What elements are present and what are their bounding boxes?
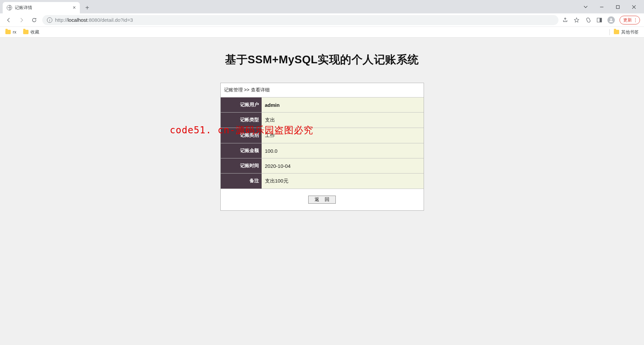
value-remark: 支出100元 bbox=[262, 174, 424, 189]
value-amount: 100.0 bbox=[262, 143, 424, 158]
detail-panel: 记账管理 >> 查看详细 记账用户 admin 记帐类型 支出 记账类别 工作 … bbox=[220, 83, 424, 211]
breadcrumb: 记账管理 >> 查看详细 bbox=[221, 83, 424, 97]
extensions-icon[interactable] bbox=[585, 17, 591, 23]
nav-back-button[interactable] bbox=[4, 15, 13, 25]
share-icon[interactable] bbox=[562, 17, 569, 23]
folder-icon bbox=[614, 30, 619, 34]
folder-icon bbox=[23, 30, 29, 34]
value-time: 2020-10-04 bbox=[262, 158, 424, 174]
value-user: admin bbox=[262, 97, 424, 113]
window-minimize-button[interactable] bbox=[594, 2, 609, 12]
label-type: 记帐类型 bbox=[221, 113, 262, 128]
url-text: http://localhost:8080/detail.do?id=3 bbox=[55, 17, 133, 23]
toolbar-right-icons: 更新 ⋮ bbox=[562, 16, 640, 24]
svg-rect-3 bbox=[600, 18, 602, 22]
value-type: 支出 bbox=[262, 113, 424, 128]
row-time: 记账时间 2020-10-04 bbox=[221, 158, 424, 174]
value-category: 工作 bbox=[262, 128, 424, 143]
window-controls bbox=[578, 2, 644, 13]
row-user: 记账用户 admin bbox=[221, 97, 424, 113]
row-type: 记帐类型 支出 bbox=[221, 113, 424, 128]
svg-rect-1 bbox=[616, 6, 620, 9]
browser-toolbar: i http://localhost:8080/detail.do?id=3 更… bbox=[0, 13, 644, 27]
row-category: 记账类别 工作 bbox=[221, 128, 424, 143]
row-amount: 记账金额 100.0 bbox=[221, 143, 424, 158]
label-remark: 备注 bbox=[221, 174, 262, 189]
separator bbox=[609, 29, 610, 35]
kebab-menu-icon: ⋮ bbox=[633, 17, 638, 22]
bookmark-favorites[interactable]: 收藏 bbox=[23, 29, 39, 35]
browser-tab-active[interactable]: 记账详情 × bbox=[3, 2, 80, 13]
bookmark-rx[interactable]: rx bbox=[5, 29, 16, 34]
row-remark: 备注 支出100元 bbox=[221, 174, 424, 189]
detail-table: 记账用户 admin 记帐类型 支出 记账类别 工作 记账金额 100.0 记账… bbox=[221, 97, 424, 189]
chevron-down-icon[interactable] bbox=[578, 2, 593, 12]
bookmarks-bar: rx 收藏 其他书签 bbox=[0, 27, 644, 38]
page-viewport: 基于SSM+MySQL实现的个人记账系统 记账管理 >> 查看详细 记账用户 a… bbox=[0, 38, 644, 345]
new-tab-button[interactable]: + bbox=[83, 3, 92, 12]
bookmark-other[interactable]: 其他书签 bbox=[614, 29, 639, 35]
bookmark-star-icon[interactable] bbox=[573, 17, 580, 23]
address-bar[interactable]: i http://localhost:8080/detail.do?id=3 bbox=[42, 15, 558, 25]
folder-icon bbox=[5, 30, 11, 34]
globe-icon bbox=[7, 5, 12, 10]
sidepanel-icon[interactable] bbox=[596, 17, 603, 23]
browser-tab-strip: 记账详情 × + bbox=[0, 0, 644, 13]
label-category: 记账类别 bbox=[221, 128, 262, 143]
label-time: 记账时间 bbox=[221, 158, 262, 174]
tab-title: 记账详情 bbox=[15, 5, 70, 11]
nav-reload-button[interactable] bbox=[30, 15, 39, 25]
label-user: 记账用户 bbox=[221, 97, 262, 113]
window-close-button[interactable] bbox=[627, 2, 641, 12]
label-amount: 记账金额 bbox=[221, 143, 262, 158]
page-title: 基于SSM+MySQL实现的个人记账系统 bbox=[0, 52, 644, 67]
nav-forward-button[interactable] bbox=[17, 15, 26, 25]
window-maximize-button[interactable] bbox=[610, 2, 625, 12]
update-button[interactable]: 更新 ⋮ bbox=[620, 16, 640, 24]
panel-footer: 返 回 bbox=[221, 189, 424, 210]
tab-close-button[interactable]: × bbox=[73, 5, 76, 11]
back-button[interactable]: 返 回 bbox=[308, 196, 336, 204]
profile-avatar[interactable] bbox=[607, 16, 615, 24]
site-info-icon[interactable]: i bbox=[47, 17, 52, 23]
svg-point-4 bbox=[610, 18, 612, 20]
